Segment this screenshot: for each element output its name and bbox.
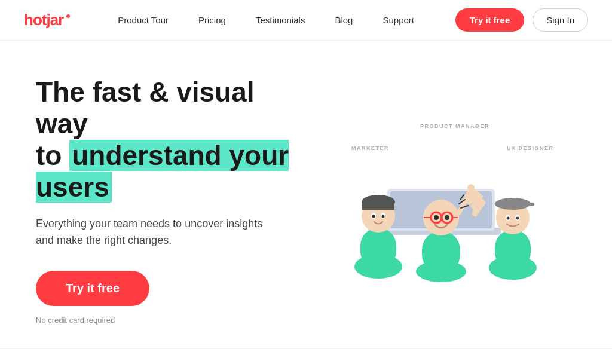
trusted-section: Trusted by over 350,000 organizations ac…	[0, 348, 612, 364]
logo[interactable]: hotjar	[24, 11, 70, 29]
svg-point-15	[372, 215, 375, 218]
nav-actions: Try it free Sign In	[455, 8, 588, 32]
hero-left: The fast & visual way to understand your…	[36, 77, 306, 325]
nav-links: Product Tour Pricing Testimonials Blog S…	[118, 15, 455, 25]
svg-point-36	[507, 216, 510, 219]
hero-title-line1: The fast & visual way	[36, 77, 255, 139]
svg-point-26	[445, 215, 449, 220]
nav-testimonials[interactable]: Testimonials	[256, 15, 305, 25]
svg-point-16	[382, 215, 385, 218]
nav-blog[interactable]: Blog	[335, 15, 353, 25]
svg-point-37	[516, 216, 519, 219]
svg-text:MARKETER: MARKETER	[351, 145, 389, 151]
svg-rect-9	[360, 228, 396, 270]
hero-highlight: understand your users	[36, 140, 289, 203]
nav-try-free-button[interactable]: Try it free	[455, 8, 525, 32]
hero-illustration: MARKETER PRODUCT MANAGER UX DESIGNER	[316, 111, 567, 290]
svg-rect-32	[497, 200, 528, 208]
no-credit-text: No credit card required	[36, 316, 306, 325]
hero-title-to: to	[36, 140, 69, 171]
svg-rect-33	[526, 203, 534, 206]
logo-text: hotjar	[24, 11, 63, 29]
navbar: hotjar Product Tour Pricing Testimonials…	[0, 0, 612, 41]
svg-text:UX DESIGNER: UX DESIGNER	[507, 145, 554, 151]
svg-rect-12	[362, 201, 394, 210]
svg-rect-18	[422, 231, 460, 274]
hero-subtitle: Everything your team needs to uncover in…	[36, 215, 275, 250]
nav-support[interactable]: Support	[382, 15, 414, 25]
hero-title-line2: to understand your users	[36, 140, 289, 203]
hero-try-free-button[interactable]: Try it free	[36, 271, 149, 306]
hero-title: The fast & visual way to understand your…	[36, 77, 306, 203]
logo-dot-icon	[66, 14, 70, 18]
nav-product-tour[interactable]: Product Tour	[118, 15, 169, 25]
nav-pricing[interactable]: Pricing	[198, 15, 226, 25]
hero-right: MARKETER PRODUCT MANAGER UX DESIGNER	[306, 105, 576, 296]
hero-section: The fast & visual way to understand your…	[0, 41, 612, 348]
nav-sign-in-button[interactable]: Sign In	[533, 8, 588, 32]
svg-point-25	[434, 215, 439, 220]
svg-text:PRODUCT MANAGER: PRODUCT MANAGER	[420, 123, 489, 129]
svg-rect-29	[495, 230, 531, 270]
svg-point-27	[467, 184, 475, 191]
